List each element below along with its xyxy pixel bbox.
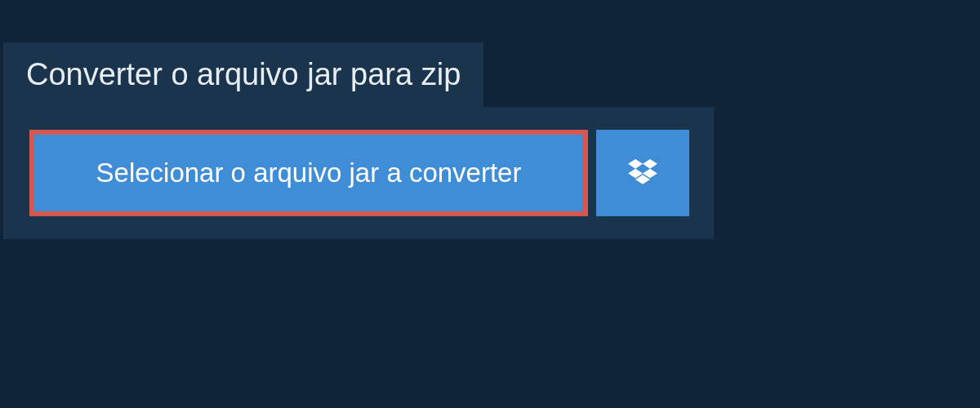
title-bar: Converter o arquivo jar para zip bbox=[3, 42, 483, 107]
select-file-button[interactable]: Selecionar o arquivo jar a converter bbox=[29, 130, 588, 216]
page-title: Converter o arquivo jar para zip bbox=[26, 57, 461, 92]
select-file-label: Selecionar o arquivo jar a converter bbox=[96, 157, 522, 188]
action-panel: Selecionar o arquivo jar a converter bbox=[3, 107, 714, 239]
dropbox-button[interactable] bbox=[596, 130, 689, 216]
dropbox-icon bbox=[628, 159, 657, 187]
